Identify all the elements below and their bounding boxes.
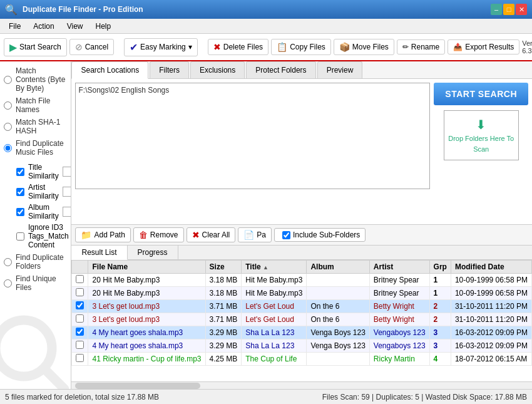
row-filename: 20 Hit Me Baby.mp3 xyxy=(88,287,205,300)
row-size: 4.25 MB xyxy=(205,353,242,366)
tab-progress[interactable]: Progress xyxy=(128,246,178,259)
menu-file[interactable]: File xyxy=(3,21,27,32)
remove-button[interactable]: 🗑 Remove xyxy=(133,227,184,242)
title-bar: 🔍 Duplicate File Finder - Pro Edition – … xyxy=(0,0,532,19)
rename-button[interactable]: ✏ Rename xyxy=(397,39,445,54)
row-grp: 1 xyxy=(429,274,451,287)
row-checkbox-cell[interactable] xyxy=(72,274,88,287)
tab-filters[interactable]: Filters xyxy=(150,61,189,78)
row-album: Venga Boys 123 xyxy=(307,339,369,353)
easy-marking-dropdown-icon: ▾ xyxy=(188,43,192,51)
album-sim-value: ▲ ▼ xyxy=(63,206,72,217)
row-checkbox[interactable] xyxy=(76,341,84,349)
horizontal-scrollbar[interactable] xyxy=(71,381,532,389)
tab-protect-folders[interactable]: Protect Folders xyxy=(246,61,315,78)
title-similarity-check[interactable] xyxy=(16,168,24,176)
col-filename[interactable]: File Name xyxy=(88,261,205,274)
row-album: On the 6 xyxy=(307,313,369,326)
title-text: Duplicate File Finder - Pro Edition xyxy=(23,5,143,14)
col-album[interactable]: Album xyxy=(307,261,369,274)
col-modified[interactable]: Modified Date xyxy=(451,261,531,274)
menu-action[interactable]: Action xyxy=(27,21,60,32)
maximize-button[interactable]: □ xyxy=(503,4,514,15)
row-checkbox-cell[interactable] xyxy=(72,339,88,353)
delete-files-button[interactable]: ✖ Delete Files xyxy=(208,39,269,55)
action-bar: 📁 Add Path 🗑 Remove ✖ Clear All 📄 Pa Inc… xyxy=(71,224,532,245)
add-path-button[interactable]: 📁 Add Path xyxy=(75,227,130,242)
row-checkbox-cell[interactable] xyxy=(72,287,88,300)
start-search-main-button[interactable]: START SEARCH xyxy=(434,83,528,105)
delete-icon: ✖ xyxy=(213,42,221,52)
path-box[interactable]: F:\Songs\02 English Songs xyxy=(75,83,430,189)
row-artist: Betty Wright xyxy=(369,300,429,313)
minimize-button[interactable]: – xyxy=(491,4,502,15)
album-similarity-row: Album Similarity ▲ ▼ xyxy=(16,203,67,220)
export-results-button[interactable]: 📤 Export Results xyxy=(448,39,519,54)
copy-files-button[interactable]: 📋 Copy Files xyxy=(271,39,331,55)
row-modified: 16-03-2012 09:09 PM xyxy=(451,339,531,353)
menu-help[interactable]: Help xyxy=(90,21,118,32)
table-row: 4 My heart goes shala.mp3 3.29 MB Sha La… xyxy=(72,339,532,353)
row-checkbox[interactable] xyxy=(76,288,84,296)
row-checkbox[interactable] xyxy=(76,328,84,336)
row-checkbox-cell[interactable] xyxy=(72,326,88,339)
close-button[interactable]: ✕ xyxy=(516,4,527,15)
row-checkbox[interactable] xyxy=(76,301,84,309)
row-checkbox-cell[interactable] xyxy=(72,353,88,366)
row-size: 3.29 MB xyxy=(205,326,242,339)
paste-button[interactable]: 📄 Pa xyxy=(238,227,272,242)
row-modified: 10-09-1999 06:58 PM xyxy=(451,274,531,287)
row-grp: 3 xyxy=(429,339,451,353)
col-title[interactable]: Title ▲ xyxy=(242,261,307,274)
clear-all-button[interactable]: ✖ Clear All xyxy=(187,227,236,242)
col-grp[interactable]: Grp xyxy=(429,261,451,274)
row-checkbox[interactable] xyxy=(76,354,84,362)
row-checkbox[interactable] xyxy=(76,275,84,283)
title-sim-value: ▲ ▼ xyxy=(63,166,72,177)
right-panel: Search Locations Filters Exclusions Prot… xyxy=(71,61,532,389)
tab-result-list[interactable]: Result List xyxy=(71,246,127,260)
tab-preview[interactable]: Preview xyxy=(317,61,363,78)
row-artist: Vengaboys 123 xyxy=(369,339,429,353)
option-find-duplicate-folders[interactable]: Find Duplicate Folders xyxy=(4,253,67,271)
include-subfolders-check[interactable] xyxy=(282,231,290,239)
include-subfolders-label[interactable]: Include Sub-Folders xyxy=(274,228,366,242)
menu-view[interactable]: View xyxy=(61,21,90,32)
row-album: On the 6 xyxy=(307,300,369,313)
svg-point-0 xyxy=(0,320,52,376)
row-size: 3.18 MB xyxy=(205,287,242,300)
row-album xyxy=(307,274,369,287)
tab-search-locations[interactable]: Search Locations xyxy=(71,61,148,79)
row-checkbox-cell[interactable] xyxy=(72,313,88,326)
tab-exclusions[interactable]: Exclusions xyxy=(190,61,245,78)
row-checkbox[interactable] xyxy=(76,314,84,323)
row-size: 3.18 MB xyxy=(205,274,242,287)
move-files-button[interactable]: 📦 Move Files xyxy=(334,39,394,55)
option-find-unique-files[interactable]: Find Unique Files xyxy=(4,274,67,292)
cancel-button[interactable]: ⊘ Cancel xyxy=(69,39,114,55)
album-sim-input[interactable] xyxy=(63,207,72,217)
col-size[interactable]: Size xyxy=(205,261,242,274)
row-size: 3.71 MB xyxy=(205,313,242,326)
option-match-contents[interactable]: Match Contents (Byte By Byte) xyxy=(4,66,67,93)
watermark xyxy=(0,314,71,389)
start-search-icon: ▶ xyxy=(9,41,17,53)
ignore-id3-check[interactable] xyxy=(16,232,24,241)
drop-zone[interactable]: ⬇ Drop Folders Here To Scan xyxy=(444,110,519,160)
artist-similarity-check[interactable] xyxy=(16,188,24,196)
artist-sim-input[interactable] xyxy=(63,187,72,197)
option-find-duplicate-music[interactable]: Find Duplicate Music Files xyxy=(4,139,67,157)
option-match-sha1[interactable]: Match SHA-1 HASH xyxy=(4,118,67,135)
title-sim-input[interactable] xyxy=(63,167,72,177)
col-artist[interactable]: Artist xyxy=(369,261,429,274)
row-checkbox-cell[interactable] xyxy=(72,300,88,313)
start-search-button[interactable]: ▶ Start Search xyxy=(4,38,67,56)
row-filename: 41 Ricky martin - Cup of life.mp3 xyxy=(88,353,205,366)
easy-marking-button[interactable]: ✔ Easy Marking ▾ xyxy=(124,38,198,56)
result-table-wrap[interactable]: File Name Size Title ▲ Album xyxy=(71,260,532,381)
add-path-icon: 📁 xyxy=(81,230,91,240)
option-match-filenames[interactable]: Match File Names xyxy=(4,96,67,114)
left-panel: Match Contents (Byte By Byte) Match File… xyxy=(0,61,71,389)
album-similarity-check[interactable] xyxy=(16,208,24,216)
row-artist: Britney Spear xyxy=(369,287,429,300)
